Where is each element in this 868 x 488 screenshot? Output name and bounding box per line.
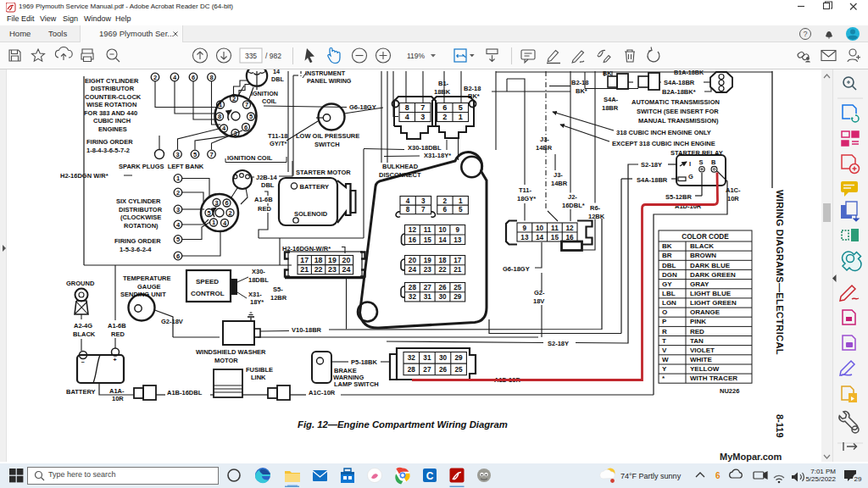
svg-text:BK: BK bbox=[662, 242, 672, 250]
svg-text:NU226: NU226 bbox=[720, 387, 739, 395]
svg-text:10R: 10R bbox=[727, 195, 739, 202]
svg-text:3: 3 bbox=[176, 206, 180, 214]
svg-text:13: 13 bbox=[453, 236, 462, 244]
svg-text:22: 22 bbox=[438, 266, 447, 274]
svg-text:17: 17 bbox=[453, 257, 462, 264]
svg-text:8-119: 8-119 bbox=[775, 414, 785, 438]
svg-text:LBL: LBL bbox=[662, 290, 676, 297]
svg-text:LAMP SWITCH: LAMP SWITCH bbox=[334, 380, 379, 388]
svg-text:C: C bbox=[426, 470, 434, 482]
svg-text:14: 14 bbox=[438, 236, 447, 244]
svg-text:2: 2 bbox=[228, 209, 231, 217]
svg-text:7: 7 bbox=[421, 206, 426, 214]
svg-text:8: 8 bbox=[218, 113, 221, 120]
svg-text:28: 28 bbox=[408, 366, 416, 374]
svg-text:335: 335 bbox=[245, 52, 257, 60]
svg-text:1: 1 bbox=[459, 113, 463, 121]
svg-text:+: + bbox=[114, 357, 117, 363]
svg-text:X30-: X30- bbox=[252, 268, 265, 275]
svg-text:2: 2 bbox=[176, 189, 180, 197]
svg-text:11: 11 bbox=[424, 226, 431, 234]
svg-text:B: B bbox=[711, 158, 716, 166]
svg-text:B1-: B1- bbox=[438, 80, 449, 87]
svg-text:R: R bbox=[662, 328, 667, 336]
svg-text:J2-: J2- bbox=[568, 193, 577, 201]
svg-text:119%: 119% bbox=[407, 52, 426, 60]
svg-text:31: 31 bbox=[423, 354, 431, 362]
svg-text:6: 6 bbox=[192, 74, 195, 81]
svg-text:15: 15 bbox=[551, 234, 559, 241]
svg-text:18V: 18V bbox=[533, 297, 544, 305]
svg-text:29: 29 bbox=[854, 475, 862, 483]
svg-text:A1C-10R: A1C-10R bbox=[309, 389, 336, 396]
svg-text:ROTATION): ROTATION) bbox=[124, 222, 159, 230]
svg-text:ORANGE: ORANGE bbox=[690, 308, 721, 316]
svg-text:RED: RED bbox=[258, 205, 271, 213]
svg-text:6: 6 bbox=[244, 124, 248, 131]
svg-text:18Y*: 18Y* bbox=[250, 298, 264, 306]
svg-text:10: 10 bbox=[438, 226, 447, 234]
svg-text:18: 18 bbox=[438, 257, 447, 264]
svg-text:26: 26 bbox=[438, 284, 447, 291]
svg-text:25: 25 bbox=[455, 366, 464, 374]
svg-text:S5-12BR: S5-12BR bbox=[665, 193, 692, 201]
svg-text:DARK BLUE: DARK BLUE bbox=[690, 262, 731, 269]
svg-text:1: 1 bbox=[459, 197, 463, 205]
svg-text:26: 26 bbox=[439, 366, 448, 374]
svg-text:DBL: DBL bbox=[271, 75, 284, 83]
svg-text:DBL: DBL bbox=[261, 181, 275, 189]
svg-text:19: 19 bbox=[328, 256, 337, 264]
svg-text:GROUND: GROUND bbox=[66, 280, 95, 287]
svg-text:FOR 383 AND 440: FOR 383 AND 440 bbox=[84, 109, 137, 117]
svg-text:S2-18Y: S2-18Y bbox=[548, 340, 569, 347]
svg-text:19: 19 bbox=[424, 257, 432, 264]
svg-text:WISE ROTATION: WISE ROTATION bbox=[86, 101, 136, 108]
svg-text:A1A-: A1A- bbox=[109, 387, 125, 395]
svg-text:J2B-14: J2B-14 bbox=[256, 174, 277, 181]
svg-text:8: 8 bbox=[406, 206, 410, 214]
svg-text:PINK: PINK bbox=[690, 318, 706, 325]
svg-text:16: 16 bbox=[566, 234, 575, 241]
svg-text:MANUAL TRANSMISSION): MANUAL TRANSMISSION) bbox=[638, 117, 719, 125]
svg-text:6: 6 bbox=[715, 471, 721, 480]
svg-text:25: 25 bbox=[453, 284, 462, 291]
svg-text:28: 28 bbox=[409, 284, 417, 291]
svg-text:STARTER MOTOR: STARTER MOTOR bbox=[296, 169, 351, 176]
svg-text:10R: 10R bbox=[112, 395, 124, 402]
svg-text:3: 3 bbox=[214, 199, 218, 207]
svg-text:23: 23 bbox=[424, 266, 432, 274]
svg-text:GRAY: GRAY bbox=[690, 280, 709, 288]
svg-text:DISTRIBUTOR: DISTRIBUTOR bbox=[119, 206, 163, 214]
svg-text:12: 12 bbox=[566, 225, 575, 232]
svg-text:G2-18V: G2-18V bbox=[161, 318, 183, 325]
svg-text:B2-18: B2-18 bbox=[464, 85, 481, 92]
svg-text:J3-: J3- bbox=[540, 136, 549, 143]
svg-text:29: 29 bbox=[455, 354, 464, 362]
svg-text:1: 1 bbox=[212, 219, 215, 226]
svg-text:S4A-: S4A- bbox=[604, 96, 619, 103]
svg-text:O: O bbox=[662, 308, 667, 316]
svg-text:4: 4 bbox=[173, 74, 177, 81]
svg-text:FIRING ORDER: FIRING ORDER bbox=[86, 138, 133, 146]
svg-text:SPARK PLUGS LEFT BANK: SPARK PLUGS LEFT BANK bbox=[119, 163, 204, 170]
svg-text:29: 29 bbox=[453, 293, 462, 301]
svg-text:17: 17 bbox=[300, 256, 309, 264]
svg-text:5: 5 bbox=[459, 206, 463, 214]
svg-text:S2-18Y: S2-18Y bbox=[641, 161, 662, 169]
svg-text:24: 24 bbox=[342, 265, 351, 274]
svg-text:BLACK: BLACK bbox=[73, 330, 96, 338]
svg-text:31: 31 bbox=[424, 293, 432, 301]
svg-text:2: 2 bbox=[442, 113, 447, 121]
svg-text:24: 24 bbox=[409, 266, 417, 274]
svg-text:5: 5 bbox=[249, 113, 253, 120]
svg-text:GAUGE: GAUGE bbox=[137, 283, 161, 291]
svg-text:12BK: 12BK bbox=[588, 213, 605, 220]
svg-text:IGNITION COIL: IGNITION COIL bbox=[227, 154, 273, 162]
svg-text:G6-18GY: G6-18GY bbox=[503, 265, 530, 273]
svg-text:BK*: BK* bbox=[576, 87, 587, 95]
svg-text:R6-: R6- bbox=[590, 204, 601, 212]
svg-text:5: 5 bbox=[193, 151, 197, 158]
svg-text:1-5-3-6-2-4: 1-5-3-6-2-4 bbox=[120, 246, 152, 253]
svg-text:IGNITION: IGNITION bbox=[251, 90, 278, 97]
svg-text:3: 3 bbox=[420, 113, 425, 121]
